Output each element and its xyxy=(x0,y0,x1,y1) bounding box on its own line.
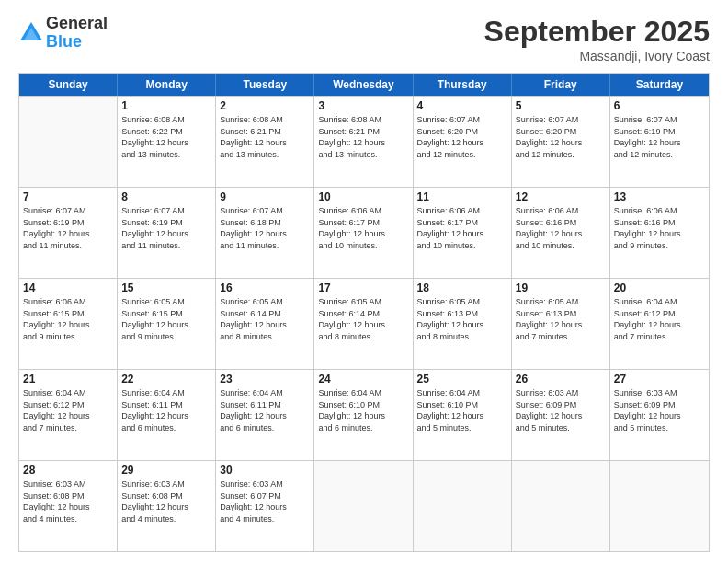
day-number: 13 xyxy=(614,190,705,203)
calendar-cell: 18Sunrise: 6:05 AM Sunset: 6:13 PM Dayli… xyxy=(414,279,512,369)
day-number: 7 xyxy=(23,190,113,203)
calendar-cell: 27Sunrise: 6:03 AM Sunset: 6:09 PM Dayli… xyxy=(610,370,709,460)
cell-info: Sunrise: 6:04 AM Sunset: 6:10 PM Dayligh… xyxy=(318,387,408,433)
logo-blue-text: Blue xyxy=(46,32,82,51)
header-day-friday: Friday xyxy=(512,74,610,96)
cell-info: Sunrise: 6:08 AM Sunset: 6:21 PM Dayligh… xyxy=(318,114,408,160)
cell-info: Sunrise: 6:07 AM Sunset: 6:19 PM Dayligh… xyxy=(23,205,113,251)
calendar: SundayMondayTuesdayWednesdayThursdayFrid… xyxy=(18,73,710,552)
day-number: 19 xyxy=(516,282,606,294)
cell-info: Sunrise: 6:05 AM Sunset: 6:14 PM Dayligh… xyxy=(318,296,408,342)
calendar-cell: 21Sunrise: 6:04 AM Sunset: 6:12 PM Dayli… xyxy=(19,370,118,460)
calendar-row-4: 21Sunrise: 6:04 AM Sunset: 6:12 PM Dayli… xyxy=(19,370,709,461)
day-number: 12 xyxy=(516,190,606,203)
cell-info: Sunrise: 6:05 AM Sunset: 6:15 PM Dayligh… xyxy=(121,296,211,342)
day-number: 8 xyxy=(121,190,211,203)
calendar-cell: 26Sunrise: 6:03 AM Sunset: 6:09 PM Dayli… xyxy=(512,370,610,460)
cell-info: Sunrise: 6:08 AM Sunset: 6:21 PM Dayligh… xyxy=(220,114,310,160)
cell-info: Sunrise: 6:05 AM Sunset: 6:13 PM Dayligh… xyxy=(516,296,606,342)
calendar-cell: 3Sunrise: 6:08 AM Sunset: 6:21 PM Daylig… xyxy=(314,97,413,187)
calendar-cell: 6Sunrise: 6:07 AM Sunset: 6:19 PM Daylig… xyxy=(610,97,709,187)
calendar-cell: 9Sunrise: 6:07 AM Sunset: 6:18 PM Daylig… xyxy=(216,188,314,278)
day-number: 26 xyxy=(516,373,606,385)
day-number: 3 xyxy=(318,99,408,112)
day-number: 10 xyxy=(318,190,408,203)
cell-info: Sunrise: 6:07 AM Sunset: 6:20 PM Dayligh… xyxy=(417,114,507,160)
cell-info: Sunrise: 6:04 AM Sunset: 6:11 PM Dayligh… xyxy=(220,387,310,433)
calendar-body: 1Sunrise: 6:08 AM Sunset: 6:22 PM Daylig… xyxy=(18,97,710,552)
calendar-cell: 14Sunrise: 6:06 AM Sunset: 6:15 PM Dayli… xyxy=(19,279,118,369)
cell-info: Sunrise: 6:06 AM Sunset: 6:16 PM Dayligh… xyxy=(516,205,606,251)
day-number: 5 xyxy=(516,99,606,112)
cell-info: Sunrise: 6:03 AM Sunset: 6:08 PM Dayligh… xyxy=(121,478,211,524)
cell-info: Sunrise: 6:08 AM Sunset: 6:22 PM Dayligh… xyxy=(121,114,211,160)
calendar-cell: 4Sunrise: 6:07 AM Sunset: 6:20 PM Daylig… xyxy=(414,97,512,187)
calendar-cell: 7Sunrise: 6:07 AM Sunset: 6:19 PM Daylig… xyxy=(19,188,118,278)
day-number: 15 xyxy=(121,282,211,294)
day-number: 14 xyxy=(23,282,113,294)
cell-info: Sunrise: 6:06 AM Sunset: 6:17 PM Dayligh… xyxy=(417,205,507,251)
cell-info: Sunrise: 6:07 AM Sunset: 6:19 PM Dayligh… xyxy=(121,205,211,251)
calendar-cell: 15Sunrise: 6:05 AM Sunset: 6:15 PM Dayli… xyxy=(118,279,216,369)
calendar-cell: 24Sunrise: 6:04 AM Sunset: 6:10 PM Dayli… xyxy=(314,370,413,460)
header-day-saturday: Saturday xyxy=(610,74,709,96)
cell-info: Sunrise: 6:05 AM Sunset: 6:14 PM Dayligh… xyxy=(220,296,310,342)
calendar-cell: 16Sunrise: 6:05 AM Sunset: 6:14 PM Dayli… xyxy=(216,279,314,369)
calendar-row-3: 14Sunrise: 6:06 AM Sunset: 6:15 PM Dayli… xyxy=(19,279,709,370)
cell-info: Sunrise: 6:03 AM Sunset: 6:09 PM Dayligh… xyxy=(516,387,606,433)
day-number: 29 xyxy=(121,464,211,477)
calendar-cell: 28Sunrise: 6:03 AM Sunset: 6:08 PM Dayli… xyxy=(19,461,118,551)
day-number: 20 xyxy=(614,282,705,294)
calendar-cell xyxy=(512,461,610,551)
cell-info: Sunrise: 6:03 AM Sunset: 6:09 PM Dayligh… xyxy=(614,387,705,433)
calendar-cell: 11Sunrise: 6:06 AM Sunset: 6:17 PM Dayli… xyxy=(414,188,512,278)
cell-info: Sunrise: 6:07 AM Sunset: 6:20 PM Dayligh… xyxy=(516,114,606,160)
calendar-cell: 22Sunrise: 6:04 AM Sunset: 6:11 PM Dayli… xyxy=(118,370,216,460)
day-number: 24 xyxy=(318,373,408,385)
calendar-cell: 20Sunrise: 6:04 AM Sunset: 6:12 PM Dayli… xyxy=(610,279,709,369)
calendar-row-1: 1Sunrise: 6:08 AM Sunset: 6:22 PM Daylig… xyxy=(19,97,709,188)
logo-icon xyxy=(18,20,44,46)
calendar-cell: 10Sunrise: 6:06 AM Sunset: 6:17 PM Dayli… xyxy=(314,188,413,278)
cell-info: Sunrise: 6:07 AM Sunset: 6:18 PM Dayligh… xyxy=(220,205,310,251)
day-number: 4 xyxy=(417,99,507,112)
cell-info: Sunrise: 6:03 AM Sunset: 6:07 PM Dayligh… xyxy=(220,478,310,524)
header: General Blue September 2025 Massandji, I… xyxy=(18,15,710,63)
calendar-cell: 17Sunrise: 6:05 AM Sunset: 6:14 PM Dayli… xyxy=(314,279,413,369)
cell-info: Sunrise: 6:04 AM Sunset: 6:10 PM Dayligh… xyxy=(417,387,507,433)
day-number: 23 xyxy=(220,373,310,385)
cell-info: Sunrise: 6:06 AM Sunset: 6:15 PM Dayligh… xyxy=(23,296,113,342)
logo-text: General Blue xyxy=(46,15,108,52)
calendar-cell: 1Sunrise: 6:08 AM Sunset: 6:22 PM Daylig… xyxy=(118,97,216,187)
header-day-sunday: Sunday xyxy=(19,74,118,96)
logo: General Blue xyxy=(18,15,108,52)
calendar-cell: 2Sunrise: 6:08 AM Sunset: 6:21 PM Daylig… xyxy=(216,97,314,187)
logo-general-text: General xyxy=(46,14,108,32)
day-number: 21 xyxy=(23,373,113,385)
calendar-cell xyxy=(314,461,413,551)
calendar-row-5: 28Sunrise: 6:03 AM Sunset: 6:08 PM Dayli… xyxy=(19,461,709,551)
cell-info: Sunrise: 6:06 AM Sunset: 6:17 PM Dayligh… xyxy=(318,205,408,251)
day-number: 9 xyxy=(220,190,310,203)
header-day-wednesday: Wednesday xyxy=(314,74,413,96)
title-block: September 2025 Massandji, Ivory Coast xyxy=(484,15,710,63)
calendar-cell: 29Sunrise: 6:03 AM Sunset: 6:08 PM Dayli… xyxy=(118,461,216,551)
day-number: 2 xyxy=(220,99,310,112)
calendar-header: SundayMondayTuesdayWednesdayThursdayFrid… xyxy=(18,73,710,97)
calendar-cell: 8Sunrise: 6:07 AM Sunset: 6:19 PM Daylig… xyxy=(118,188,216,278)
location: Massandji, Ivory Coast xyxy=(484,49,710,63)
cell-info: Sunrise: 6:03 AM Sunset: 6:08 PM Dayligh… xyxy=(23,478,113,524)
header-day-monday: Monday xyxy=(118,74,216,96)
calendar-cell xyxy=(19,97,118,187)
calendar-cell: 13Sunrise: 6:06 AM Sunset: 6:16 PM Dayli… xyxy=(610,188,709,278)
cell-info: Sunrise: 6:07 AM Sunset: 6:19 PM Dayligh… xyxy=(614,114,705,160)
calendar-cell: 25Sunrise: 6:04 AM Sunset: 6:10 PM Dayli… xyxy=(414,370,512,460)
cell-info: Sunrise: 6:04 AM Sunset: 6:11 PM Dayligh… xyxy=(121,387,211,433)
day-number: 1 xyxy=(121,99,211,112)
calendar-cell xyxy=(610,461,709,551)
day-number: 27 xyxy=(614,373,705,385)
month-title: September 2025 xyxy=(484,15,710,49)
day-number: 30 xyxy=(220,464,310,477)
day-number: 25 xyxy=(417,373,507,385)
calendar-cell: 12Sunrise: 6:06 AM Sunset: 6:16 PM Dayli… xyxy=(512,188,610,278)
